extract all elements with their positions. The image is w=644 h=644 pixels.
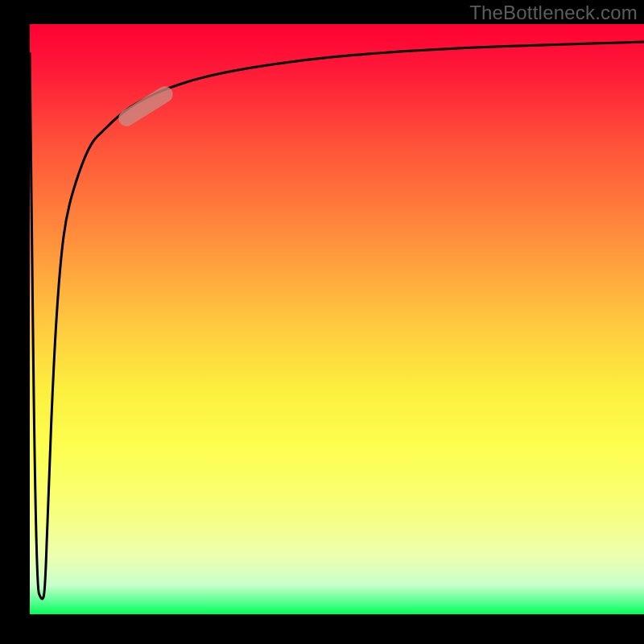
chart-frame: TheBottleneck.com [0,0,644,644]
watermark-text: TheBottleneck.com [469,2,638,24]
plot-area [30,24,644,614]
